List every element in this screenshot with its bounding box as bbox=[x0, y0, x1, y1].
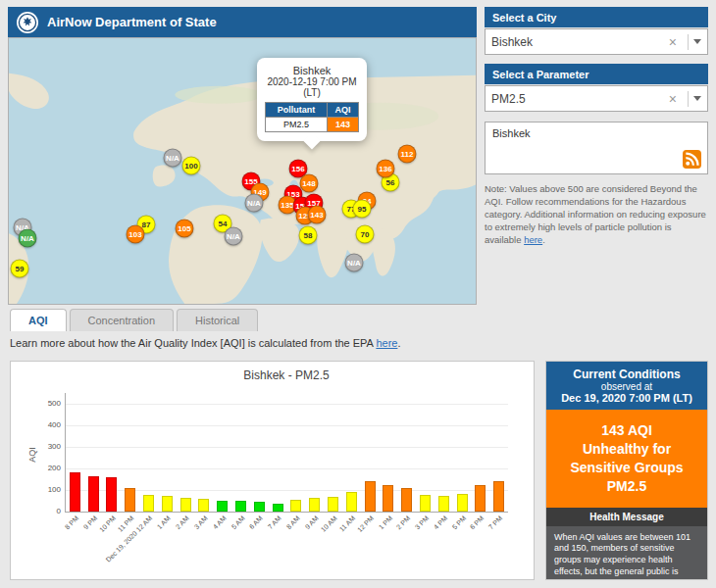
y-axis-tick-label: 300 bbox=[48, 443, 61, 451]
aqi-map-marker[interactable]: N/A bbox=[19, 229, 37, 248]
chart-bar[interactable] bbox=[346, 492, 357, 512]
aqi-map-marker[interactable]: 103 bbox=[127, 225, 145, 244]
clear-parameter-icon[interactable]: × bbox=[663, 91, 683, 107]
chart-bar[interactable] bbox=[180, 498, 191, 512]
state-department-seal-icon bbox=[16, 11, 39, 34]
chart-bar[interactable] bbox=[88, 476, 99, 512]
aqi-map-marker[interactable]: 148 bbox=[300, 174, 319, 193]
note-text: Note: Values above 500 are considered Be… bbox=[485, 183, 706, 245]
chart-bar[interactable] bbox=[457, 494, 468, 512]
aqi-map-marker[interactable]: 105 bbox=[176, 220, 194, 238]
map-popup: Bishkek 2020-12-19 7:00 PM (LT) Pollutan… bbox=[257, 58, 367, 141]
clear-city-icon[interactable]: × bbox=[663, 34, 683, 50]
chart-title: Bishkek - PM2.5 bbox=[65, 368, 508, 382]
chevron-down-icon[interactable] bbox=[693, 39, 701, 44]
popup-aqi-table: Pollutant AQI PM2.5 143 bbox=[265, 102, 359, 132]
rss-city-label: Bishkek bbox=[492, 127, 700, 139]
current-aqi-pollutant: PM2.5 bbox=[554, 477, 699, 496]
rss-icon[interactable] bbox=[683, 150, 701, 169]
x-axis-tick-label: 6 PM bbox=[469, 514, 486, 531]
x-axis-tick-label: 5 AM bbox=[230, 514, 245, 530]
city-select[interactable]: Bishkek × bbox=[485, 28, 708, 55]
aqi-map-marker[interactable]: N/A bbox=[225, 227, 243, 246]
chart-bar[interactable] bbox=[290, 500, 301, 512]
chart-bar[interactable] bbox=[217, 501, 228, 512]
aqi-map-marker[interactable]: 136 bbox=[377, 160, 395, 178]
chart-bar[interactable] bbox=[328, 497, 338, 512]
aqi-map-marker[interactable]: 143 bbox=[308, 206, 327, 224]
chart-bar[interactable] bbox=[309, 498, 320, 512]
parameter-select-value: PM2.5 bbox=[491, 92, 663, 106]
chevron-down-icon[interactable] bbox=[693, 96, 701, 101]
current-aqi-block: 143 AQI Unhealthy for Sensitive Groups P… bbox=[546, 410, 707, 508]
aqi-map-marker[interactable]: 70 bbox=[356, 225, 375, 244]
current-conditions-title: Current Conditions bbox=[550, 368, 703, 381]
aqi-map-marker[interactable]: 58 bbox=[299, 226, 318, 245]
tab-aqi[interactable]: AQI bbox=[10, 309, 67, 331]
rss-feed-box: Bishkek bbox=[485, 122, 708, 174]
x-axis-tick-label: 3 AM bbox=[193, 514, 209, 530]
chart-plot-area: 01002003004005008 PM9 PM10 PM11 PMDec 19… bbox=[65, 393, 508, 513]
aqi-map-marker[interactable]: 100 bbox=[182, 157, 201, 175]
aqi-map-marker[interactable]: 59 bbox=[11, 260, 29, 278]
observed-at-label: observed at bbox=[550, 381, 703, 392]
aqi-map-marker[interactable]: 95 bbox=[353, 200, 372, 219]
chart-bar[interactable] bbox=[401, 488, 412, 512]
y-axis-tick-label: 500 bbox=[48, 400, 61, 408]
x-axis-tick-label: 8 PM bbox=[64, 514, 80, 531]
x-axis-tick-label: 1 AM bbox=[156, 514, 172, 530]
chart-bar[interactable] bbox=[125, 488, 135, 512]
parameter-select-header: Select a Parameter bbox=[485, 64, 708, 84]
chart-bar[interactable] bbox=[70, 472, 80, 512]
y-axis-label: AQI bbox=[27, 447, 37, 463]
chart-bar[interactable] bbox=[162, 496, 173, 512]
chart-bar[interactable] bbox=[143, 495, 154, 512]
health-message-header: Health Message bbox=[546, 508, 707, 526]
note-here-link[interactable]: here bbox=[524, 234, 542, 245]
x-axis-tick-label: 10 PM bbox=[98, 514, 117, 533]
popup-pollutant-header: Pollutant bbox=[266, 103, 328, 118]
chart-bar[interactable] bbox=[106, 477, 117, 512]
parameter-select[interactable]: PM2.5 × bbox=[485, 85, 708, 112]
popup-city: Bishkek bbox=[265, 65, 359, 76]
aqi-bar-chart-panel: Bishkek - PM2.5 AQI 01002003004005008 PM… bbox=[10, 361, 535, 580]
chart-bar[interactable] bbox=[383, 485, 393, 512]
x-axis-tick-label: 12 PM bbox=[356, 514, 375, 533]
chart-bar[interactable] bbox=[198, 499, 209, 512]
chart-bar[interactable] bbox=[493, 481, 504, 512]
gridline bbox=[66, 447, 508, 448]
chart-bar[interactable] bbox=[365, 481, 376, 512]
chart-bar[interactable] bbox=[273, 504, 283, 512]
x-axis-tick-label: 1 PM bbox=[377, 514, 393, 531]
aqi-world-map[interactable]: N/A100155149N/A5487103105156148153135151… bbox=[8, 37, 477, 305]
tab-strip: AQIConcentrationHistorical bbox=[10, 309, 258, 331]
popup-pollutant-value: PM2.5 bbox=[266, 118, 328, 132]
aqi-map-marker[interactable]: 112 bbox=[398, 145, 417, 164]
chart-bar[interactable] bbox=[475, 485, 486, 512]
x-axis-tick-label: 11 AM bbox=[338, 514, 357, 533]
note-suffix: . bbox=[542, 234, 545, 245]
gridline bbox=[66, 425, 508, 426]
divider bbox=[688, 91, 689, 107]
current-conditions-panel: Current Conditions observed at Dec 19, 2… bbox=[545, 361, 708, 580]
tab-historical[interactable]: Historical bbox=[177, 309, 258, 331]
aqi-map-marker[interactable]: N/A bbox=[345, 254, 364, 272]
current-conditions-header: Current Conditions observed at Dec 19, 2… bbox=[546, 362, 707, 410]
aqi-map-marker[interactable]: N/A bbox=[164, 149, 182, 168]
gridline bbox=[66, 404, 508, 405]
x-axis-tick-label: 10 AM bbox=[319, 514, 337, 533]
chart-bar[interactable] bbox=[438, 496, 449, 512]
tab-concentration[interactable]: Concentration bbox=[70, 309, 175, 331]
x-axis-tick-label: 7 PM bbox=[487, 514, 504, 531]
chart-bar[interactable] bbox=[254, 502, 265, 512]
aqi-map-marker[interactable]: N/A bbox=[245, 194, 264, 213]
x-axis-tick-label: 9 PM bbox=[82, 514, 99, 531]
chart-bar[interactable] bbox=[420, 495, 431, 512]
city-select-header: Select a City bbox=[485, 7, 708, 27]
learn-more-here-link[interactable]: here bbox=[376, 337, 397, 349]
app-title: AirNow Department of State bbox=[47, 15, 217, 29]
city-select-value: Bishkek bbox=[491, 35, 663, 49]
y-axis-tick-label: 200 bbox=[48, 465, 61, 472]
x-axis-tick-label: 2 PM bbox=[395, 514, 412, 531]
chart-bar[interactable] bbox=[235, 501, 246, 512]
